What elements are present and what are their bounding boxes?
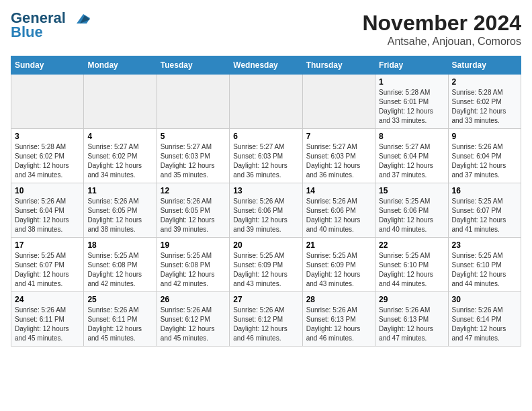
day-number: 20 — [233, 240, 298, 250]
title-area: November 2024 Antsahe, Anjouan, Comoros — [362, 11, 521, 48]
calendar-week-row: 17Sunrise: 5:25 AMSunset: 6:07 PMDayligh… — [11, 238, 521, 292]
day-info: Sunrise: 5:27 AMSunset: 6:03 PMDaylight:… — [161, 142, 226, 180]
day-number: 14 — [306, 186, 371, 195]
day-info: Sunrise: 5:25 AMSunset: 6:09 PMDaylight:… — [306, 251, 371, 289]
day-number: 29 — [379, 295, 444, 304]
day-info: Sunrise: 5:26 AMSunset: 6:11 PMDaylight:… — [87, 306, 152, 343]
calendar-cell: 26Sunrise: 5:26 AMSunset: 6:12 PMDayligh… — [157, 292, 229, 347]
day-info: Sunrise: 5:26 AMSunset: 6:06 PMDaylight:… — [306, 197, 371, 234]
calendar-header-cell: Friday — [375, 56, 448, 75]
calendar-cell: 27Sunrise: 5:26 AMSunset: 6:12 PMDayligh… — [230, 292, 302, 347]
calendar-cell: 18Sunrise: 5:25 AMSunset: 6:08 PMDayligh… — [84, 238, 157, 292]
day-info: Sunrise: 5:25 AMSunset: 6:06 PMDaylight:… — [379, 197, 444, 234]
calendar-cell: 3Sunrise: 5:28 AMSunset: 6:02 PMDaylight… — [11, 129, 84, 183]
day-number: 30 — [452, 295, 517, 304]
day-number: 17 — [15, 240, 80, 250]
calendar-cell: 11Sunrise: 5:26 AMSunset: 6:05 PMDayligh… — [84, 183, 157, 238]
calendar-cell: 30Sunrise: 5:26 AMSunset: 6:14 PMDayligh… — [448, 292, 521, 347]
day-info: Sunrise: 5:27 AMSunset: 6:03 PMDaylight:… — [233, 142, 298, 180]
day-info: Sunrise: 5:26 AMSunset: 6:05 PMDaylight:… — [87, 197, 152, 234]
day-number: 8 — [379, 132, 444, 141]
day-info: Sunrise: 5:25 AMSunset: 6:10 PMDaylight:… — [379, 251, 444, 289]
calendar-cell: 20Sunrise: 5:25 AMSunset: 6:09 PMDayligh… — [230, 238, 302, 292]
day-info: Sunrise: 5:25 AMSunset: 6:10 PMDaylight:… — [452, 251, 517, 289]
logo-blue: Blue — [11, 24, 43, 41]
day-info: Sunrise: 5:26 AMSunset: 6:11 PMDaylight:… — [15, 306, 80, 343]
day-number: 3 — [15, 132, 80, 141]
calendar-week-row: 10Sunrise: 5:26 AMSunset: 6:04 PMDayligh… — [11, 183, 521, 238]
day-number: 1 — [379, 77, 444, 87]
logo: General Blue — [11, 11, 90, 41]
calendar-cell — [230, 75, 302, 129]
calendar-cell: 5Sunrise: 5:27 AMSunset: 6:03 PMDaylight… — [157, 129, 229, 183]
calendar-cell: 2Sunrise: 5:28 AMSunset: 6:02 PMDaylight… — [448, 75, 521, 129]
calendar-week-row: 1Sunrise: 5:28 AMSunset: 6:01 PMDaylight… — [11, 75, 521, 129]
day-number: 25 — [87, 295, 152, 304]
day-number: 18 — [87, 240, 152, 250]
calendar-cell: 17Sunrise: 5:25 AMSunset: 6:07 PMDayligh… — [11, 238, 84, 292]
header: General Blue November 2024 Antsahe, Anjo… — [11, 11, 521, 48]
day-info: Sunrise: 5:26 AMSunset: 6:13 PMDaylight:… — [379, 306, 444, 343]
day-info: Sunrise: 5:28 AMSunset: 6:01 PMDaylight:… — [379, 88, 444, 126]
day-number: 6 — [233, 132, 298, 141]
calendar-body: 1Sunrise: 5:28 AMSunset: 6:01 PMDaylight… — [11, 75, 521, 347]
calendar-cell: 28Sunrise: 5:26 AMSunset: 6:13 PMDayligh… — [302, 292, 375, 347]
calendar-cell: 25Sunrise: 5:26 AMSunset: 6:11 PMDayligh… — [84, 292, 157, 347]
calendar-cell — [302, 75, 375, 129]
day-info: Sunrise: 5:27 AMSunset: 6:04 PMDaylight:… — [379, 142, 444, 180]
location-subtitle: Antsahe, Anjouan, Comoros — [362, 36, 521, 48]
calendar-cell: 8Sunrise: 5:27 AMSunset: 6:04 PMDaylight… — [375, 129, 448, 183]
calendar-week-row: 3Sunrise: 5:28 AMSunset: 6:02 PMDaylight… — [11, 129, 521, 183]
calendar-cell: 29Sunrise: 5:26 AMSunset: 6:13 PMDayligh… — [375, 292, 448, 347]
calendar-header-cell: Monday — [84, 56, 157, 75]
calendar-table: SundayMondayTuesdayWednesdayThursdayFrid… — [11, 56, 521, 347]
day-info: Sunrise: 5:25 AMSunset: 6:08 PMDaylight:… — [161, 251, 226, 289]
calendar-cell: 15Sunrise: 5:25 AMSunset: 6:06 PMDayligh… — [375, 183, 448, 238]
calendar-cell: 13Sunrise: 5:26 AMSunset: 6:06 PMDayligh… — [230, 183, 302, 238]
calendar-cell: 21Sunrise: 5:25 AMSunset: 6:09 PMDayligh… — [302, 238, 375, 292]
calendar-cell: 6Sunrise: 5:27 AMSunset: 6:03 PMDaylight… — [230, 129, 302, 183]
day-number: 15 — [379, 186, 444, 195]
day-info: Sunrise: 5:26 AMSunset: 6:14 PMDaylight:… — [452, 306, 517, 343]
calendar-header-cell: Saturday — [448, 56, 521, 75]
day-info: Sunrise: 5:27 AMSunset: 6:02 PMDaylight:… — [87, 142, 152, 180]
calendar-cell: 19Sunrise: 5:25 AMSunset: 6:08 PMDayligh… — [157, 238, 229, 292]
day-number: 26 — [161, 295, 226, 304]
day-number: 16 — [452, 186, 517, 195]
calendar-cell: 1Sunrise: 5:28 AMSunset: 6:01 PMDaylight… — [375, 75, 448, 129]
day-number: 24 — [15, 295, 80, 304]
day-number: 19 — [161, 240, 226, 250]
calendar-cell: 12Sunrise: 5:26 AMSunset: 6:05 PMDayligh… — [157, 183, 229, 238]
day-info: Sunrise: 5:26 AMSunset: 6:04 PMDaylight:… — [452, 142, 517, 180]
calendar-header-cell: Wednesday — [230, 56, 302, 75]
month-title: November 2024 — [362, 11, 521, 36]
calendar-cell: 7Sunrise: 5:27 AMSunset: 6:03 PMDaylight… — [302, 129, 375, 183]
day-info: Sunrise: 5:25 AMSunset: 6:07 PMDaylight:… — [452, 197, 517, 234]
day-info: Sunrise: 5:25 AMSunset: 6:07 PMDaylight:… — [15, 251, 80, 289]
day-info: Sunrise: 5:26 AMSunset: 6:05 PMDaylight:… — [161, 197, 226, 234]
calendar-cell: 22Sunrise: 5:25 AMSunset: 6:10 PMDayligh… — [375, 238, 448, 292]
day-info: Sunrise: 5:25 AMSunset: 6:09 PMDaylight:… — [233, 251, 298, 289]
day-number: 2 — [452, 77, 517, 87]
calendar-cell — [11, 75, 84, 129]
day-number: 27 — [233, 295, 298, 304]
day-info: Sunrise: 5:25 AMSunset: 6:08 PMDaylight:… — [87, 251, 152, 289]
day-info: Sunrise: 5:26 AMSunset: 6:12 PMDaylight:… — [161, 306, 226, 343]
calendar-header-cell: Sunday — [11, 56, 84, 75]
day-info: Sunrise: 5:26 AMSunset: 6:13 PMDaylight:… — [306, 306, 371, 343]
calendar-header-cell: Thursday — [302, 56, 375, 75]
calendar-cell: 10Sunrise: 5:26 AMSunset: 6:04 PMDayligh… — [11, 183, 84, 238]
day-info: Sunrise: 5:28 AMSunset: 6:02 PMDaylight:… — [15, 142, 80, 180]
calendar-header-cell: Tuesday — [157, 56, 229, 75]
day-number: 10 — [15, 186, 80, 195]
logo-icon — [70, 11, 90, 26]
day-number: 9 — [452, 132, 517, 141]
day-number: 23 — [452, 240, 517, 250]
day-number: 4 — [87, 132, 152, 141]
calendar-cell: 24Sunrise: 5:26 AMSunset: 6:11 PMDayligh… — [11, 292, 84, 347]
calendar-cell: 4Sunrise: 5:27 AMSunset: 6:02 PMDaylight… — [84, 129, 157, 183]
day-number: 13 — [233, 186, 298, 195]
calendar-cell: 9Sunrise: 5:26 AMSunset: 6:04 PMDaylight… — [448, 129, 521, 183]
calendar-cell: 16Sunrise: 5:25 AMSunset: 6:07 PMDayligh… — [448, 183, 521, 238]
day-info: Sunrise: 5:28 AMSunset: 6:02 PMDaylight:… — [452, 88, 517, 126]
